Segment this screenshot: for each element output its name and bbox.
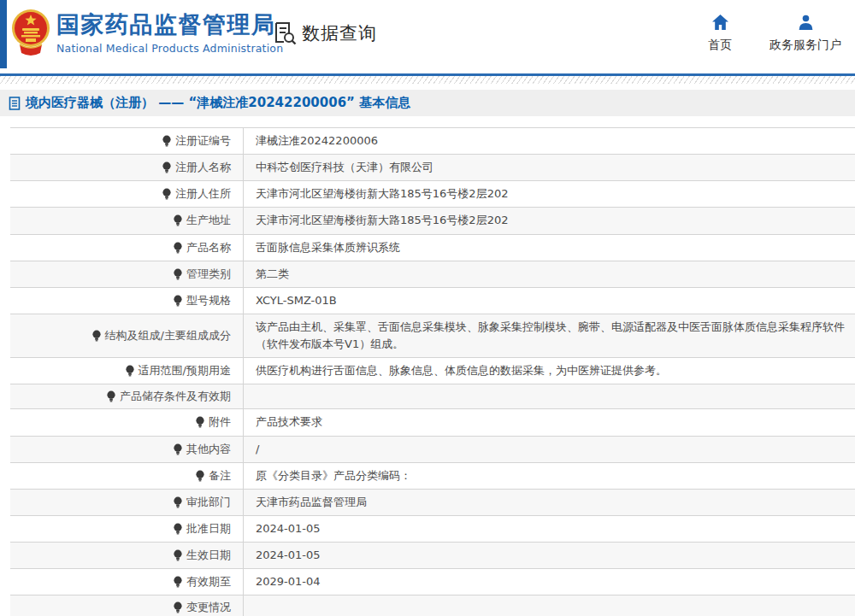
hatch-pattern-strip bbox=[0, 76, 855, 84]
table-row: 其他内容 / bbox=[10, 437, 855, 463]
table-row: 适用范围/预期用途 供医疗机构进行舌面信息、脉象信息、体质信息的数据采集，为中医… bbox=[10, 358, 855, 384]
row-label-cell: 批准日期 bbox=[10, 516, 244, 542]
row-value-cell: 原《分类目录》产品分类编码： bbox=[244, 463, 855, 489]
breadcrumb: 境内医疗器械（注册） —— “津械注准20242200006” 基本信息 bbox=[0, 90, 855, 116]
row-value: 舌面脉信息采集体质辨识系统 bbox=[256, 239, 400, 256]
table-row: 有效期至 2029-01-04 bbox=[10, 569, 855, 595]
registration-info-table: 注册证编号 津械注准20242200006 注册人名称 中科芯创医疗科技（天津）… bbox=[10, 127, 855, 616]
row-label: 产品储存条件及有效期 bbox=[120, 389, 231, 404]
header-nav: 首页 政务服务门户 bbox=[708, 14, 841, 53]
row-value-cell: 2029-01-04 bbox=[244, 569, 855, 595]
row-value-cell: 舌面脉信息采集体质辨识系统 bbox=[244, 235, 855, 261]
row-value-cell: 产品技术要求 bbox=[244, 409, 855, 435]
row-value-cell: 津械注准20242200006 bbox=[244, 128, 855, 154]
row-value-cell bbox=[244, 595, 855, 616]
data-query-section[interactable]: 数据查询 bbox=[272, 21, 377, 46]
spacer bbox=[0, 84, 855, 90]
nav-home[interactable]: 首页 bbox=[708, 14, 732, 53]
row-value: 2024-01-05 bbox=[256, 520, 321, 537]
bulb-icon bbox=[173, 549, 183, 561]
row-label-cell: 注册证编号 bbox=[10, 128, 244, 154]
org-name-en: National Medical Products Administration bbox=[56, 42, 283, 55]
bulb-icon bbox=[162, 135, 172, 147]
row-label: 管理类别 bbox=[186, 267, 231, 282]
row-value-cell: 天津市河北区望海楼街新大路185号16号楼2层202 bbox=[244, 208, 855, 233]
row-value-cell: 第二类 bbox=[244, 261, 855, 287]
left-accent-stripe bbox=[0, 0, 7, 68]
table-row: 注册人住所 天津市河北区望海楼街新大路185号16号楼2层202 bbox=[10, 181, 855, 208]
bulb-icon bbox=[173, 268, 183, 280]
bulb-icon bbox=[195, 470, 205, 482]
row-label-cell: 生产地址 bbox=[10, 208, 244, 233]
row-value-cell: XCYL-SMZ-01B bbox=[244, 288, 855, 314]
row-label: 生效日期 bbox=[186, 548, 231, 563]
table-row: 生产地址 天津市河北区望海楼街新大路185号16号楼2层202 bbox=[10, 208, 855, 234]
nav-gov-portal-label: 政务服务门户 bbox=[770, 38, 841, 53]
document-icon bbox=[9, 97, 21, 110]
row-value: 原《分类目录》产品分类编码： bbox=[256, 467, 411, 484]
row-value-cell: 中科芯创医疗科技（天津）有限公司 bbox=[244, 155, 855, 180]
row-value: XCYL-SMZ-01B bbox=[256, 292, 337, 309]
bulb-icon bbox=[173, 295, 183, 307]
row-value-cell: 2024-01-05 bbox=[244, 516, 855, 542]
row-label-cell: 适用范围/预期用途 bbox=[10, 358, 244, 384]
row-label: 注册人名称 bbox=[175, 160, 231, 175]
row-label-cell: 生效日期 bbox=[10, 543, 244, 568]
table-row: 附件 产品技术要求 bbox=[10, 409, 855, 436]
row-value: 第二类 bbox=[256, 266, 289, 283]
table-row: 变更情况 bbox=[10, 595, 855, 616]
document-search-icon bbox=[272, 21, 298, 46]
bulb-icon bbox=[173, 242, 183, 254]
row-label-cell: 注册人住所 bbox=[10, 181, 244, 207]
home-icon bbox=[711, 14, 729, 32]
row-label-cell: 管理类别 bbox=[10, 261, 244, 287]
row-value: 天津市河北区望海楼街新大路185号16号楼2层202 bbox=[256, 212, 508, 229]
row-label-cell: 附件 bbox=[10, 409, 244, 435]
table-row: 管理类别 第二类 bbox=[10, 261, 855, 288]
row-label: 变更情况 bbox=[186, 600, 231, 615]
table-row: 产品名称 舌面脉信息采集体质辨识系统 bbox=[10, 235, 855, 261]
user-icon bbox=[797, 14, 815, 32]
row-label-cell: 备注 bbox=[10, 463, 244, 489]
data-query-label: 数据查询 bbox=[302, 21, 377, 45]
bulb-icon bbox=[173, 214, 183, 226]
row-label-cell: 注册人名称 bbox=[10, 155, 244, 180]
row-value: 津械注准20242200006 bbox=[256, 132, 378, 150]
row-value-cell: 该产品由主机、采集罩、舌面信息采集模块、脉象采集控制模块、腕带、电源适配器及中医… bbox=[244, 314, 855, 357]
table-row: 产品储存条件及有效期 bbox=[10, 384, 855, 409]
row-value-cell: 天津市药品监督管理局 bbox=[244, 490, 855, 515]
bulb-icon bbox=[173, 496, 183, 508]
row-label: 结构及组成/主要组成成分 bbox=[105, 328, 231, 343]
bulb-icon bbox=[106, 390, 116, 402]
table-row: 型号规格 XCYL-SMZ-01B bbox=[10, 288, 855, 314]
nav-home-label: 首页 bbox=[708, 38, 732, 53]
org-name-zh: 国家药品监督管理局 bbox=[56, 11, 283, 38]
row-label-cell: 产品储存条件及有效期 bbox=[10, 384, 244, 408]
row-value: 天津市河北区望海楼街新大路185号16号楼2层202 bbox=[256, 185, 508, 202]
bulb-icon bbox=[195, 416, 205, 428]
row-value-cell bbox=[244, 384, 855, 408]
org-title-block: 国家药品监督管理局 National Medical Products Admi… bbox=[56, 11, 283, 55]
bulb-icon bbox=[125, 365, 135, 377]
bulb-icon bbox=[173, 523, 183, 535]
row-label-cell: 产品名称 bbox=[10, 235, 244, 261]
row-value-cell: 供医疗机构进行舌面信息、脉象信息、体质信息的数据采集，为中医辨证提供参考。 bbox=[244, 358, 855, 384]
row-value: 该产品由主机、采集罩、舌面信息采集模块、脉象采集控制模块、腕带、电源适配器及中医… bbox=[256, 319, 845, 353]
row-value: 天津市药品监督管理局 bbox=[256, 494, 367, 511]
row-label: 附件 bbox=[209, 414, 231, 430]
row-value: 2029-01-04 bbox=[256, 573, 321, 590]
row-label: 审批部门 bbox=[186, 495, 231, 510]
row-value-cell: 2024-01-05 bbox=[244, 543, 855, 568]
row-label: 适用范围/预期用途 bbox=[139, 363, 231, 378]
row-value: 2024-01-05 bbox=[256, 547, 321, 564]
row-label-cell: 有效期至 bbox=[10, 569, 244, 595]
national-emblem-logo bbox=[11, 7, 50, 56]
bulb-icon bbox=[91, 330, 102, 342]
row-label: 其他内容 bbox=[186, 442, 231, 457]
table-row: 注册人名称 中科芯创医疗科技（天津）有限公司 bbox=[10, 155, 855, 181]
row-label: 产品名称 bbox=[186, 240, 231, 255]
bulb-icon bbox=[173, 576, 183, 588]
nav-gov-portal[interactable]: 政务服务门户 bbox=[770, 14, 841, 53]
table-row: 审批部门 天津市药品监督管理局 bbox=[10, 490, 855, 516]
table-row: 结构及组成/主要组成成分 该产品由主机、采集罩、舌面信息采集模块、脉象采集控制模… bbox=[10, 314, 855, 358]
